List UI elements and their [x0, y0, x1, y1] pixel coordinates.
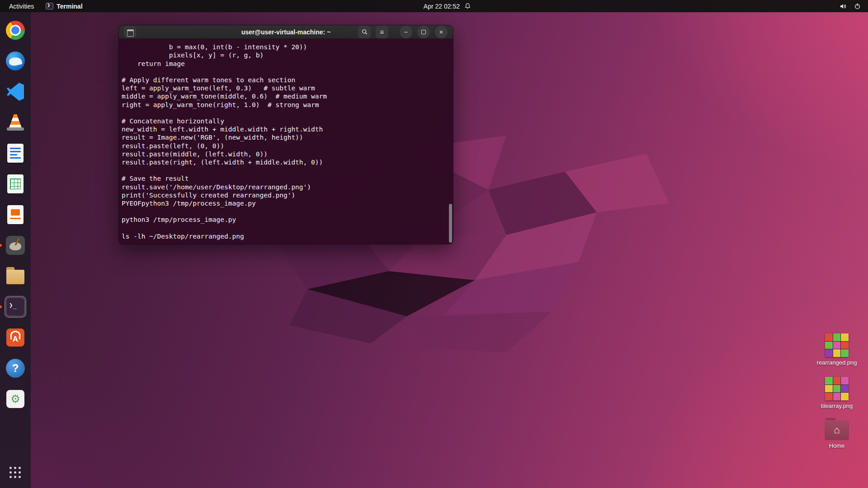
window-title: user@user-virtual-machine: ~	[241, 28, 331, 36]
new-tab-button[interactable]	[124, 27, 136, 38]
search-icon	[361, 28, 368, 35]
desktop-icon-tilearray[interactable]: tilearray.png	[812, 377, 862, 409]
gimp-logo-icon	[6, 236, 25, 255]
focused-app-menu[interactable]: Terminal	[46, 3, 82, 10]
menu-button[interactable]: ≡	[376, 26, 388, 38]
terminal-text: b = max(0, int(b - intensity * 20)) pixe…	[119, 39, 453, 244]
minimize-button[interactable]: −	[400, 26, 412, 38]
maximize-icon	[421, 30, 426, 34]
power-icon	[854, 3, 861, 9]
desktop-icon-rearranged[interactable]: rearranged.png	[812, 333, 862, 366]
activities-button[interactable]: Activities	[7, 3, 36, 10]
close-icon: ×	[439, 28, 443, 35]
thunderbird-icon[interactable]	[5, 50, 26, 72]
software-bag-icon	[6, 328, 24, 347]
running-indicator-dot	[0, 305, 2, 308]
search-button[interactable]	[358, 26, 371, 38]
terminal-window: user@user-virtual-machine: ~ ≡ − × b = m…	[119, 25, 453, 244]
libreoffice-writer-icon[interactable]	[5, 142, 26, 164]
app-grid-icon	[9, 467, 21, 479]
home-glyph-icon: ⌂	[834, 425, 840, 435]
desktop-icon-home[interactable]: ⌂ Home	[812, 420, 862, 449]
clock-label: Apr 22 02:52	[424, 3, 460, 10]
thunderbird-logo-icon	[6, 52, 25, 70]
desktop: Activities Terminal Apr 22 02:52	[0, 0, 868, 488]
desktop-icon-label: tilearray.png	[821, 403, 853, 409]
writer-document-icon	[7, 144, 24, 163]
terminal-app-icon	[46, 3, 53, 9]
home-folder-icon: ⌂	[825, 420, 849, 440]
question-mark-icon: ?	[6, 359, 25, 378]
help-icon[interactable]: ?	[5, 357, 26, 379]
focused-app-label: Terminal	[57, 3, 82, 10]
terminal-prompt-icon	[6, 297, 25, 316]
top-bar: Activities Terminal Apr 22 02:52	[0, 0, 868, 12]
desktop-icons: rearranged.png tilearray.png ⌂ Home	[812, 333, 862, 449]
terminal-dock-icon[interactable]	[5, 296, 26, 318]
vlc-cone-icon	[6, 113, 24, 131]
scrollbar-thumb[interactable]	[449, 204, 452, 243]
clock-menu[interactable]: Apr 22 02:52	[424, 0, 471, 12]
system-status-menu[interactable]	[840, 3, 868, 10]
notification-bell-icon	[464, 3, 471, 9]
desktop-icon-label: Home	[829, 442, 845, 449]
hamburger-icon: ≡	[380, 28, 384, 36]
chrome-icon[interactable]	[5, 19, 26, 41]
gimp-icon[interactable]	[5, 235, 26, 256]
vscode-logo-icon	[7, 83, 24, 101]
ubuntu-software-icon[interactable]	[5, 327, 26, 348]
calc-spreadsheet-icon	[7, 174, 24, 193]
running-indicator-dot	[0, 244, 2, 247]
maximize-button[interactable]	[417, 26, 430, 38]
gear-icon: ⚙	[6, 390, 24, 408]
libreoffice-impress-icon[interactable]	[5, 204, 26, 225]
settings-icon[interactable]: ⚙	[5, 388, 26, 410]
volume-icon	[840, 3, 847, 10]
terminal-content[interactable]: b = max(0, int(b - intensity * 20)) pixe…	[119, 39, 453, 244]
image-thumbnail	[825, 333, 849, 357]
terminal-scrollbar[interactable]	[448, 39, 453, 244]
minimize-icon: −	[404, 28, 408, 35]
window-titlebar[interactable]: user@user-virtual-machine: ~ ≡ − ×	[119, 25, 453, 39]
show-applications-button[interactable]	[5, 462, 26, 483]
files-icon[interactable]	[5, 265, 26, 287]
desktop-icon-label: rearranged.png	[817, 359, 857, 366]
vlc-icon[interactable]	[5, 112, 26, 133]
folder-icon	[6, 270, 24, 284]
chrome-logo-icon	[6, 21, 25, 40]
impress-presentation-icon	[7, 205, 24, 224]
close-button[interactable]: ×	[435, 26, 448, 38]
dock: ? ⚙	[0, 12, 31, 488]
libreoffice-calc-icon[interactable]	[5, 173, 26, 195]
image-thumbnail	[825, 377, 849, 400]
vscode-icon[interactable]	[5, 81, 26, 103]
